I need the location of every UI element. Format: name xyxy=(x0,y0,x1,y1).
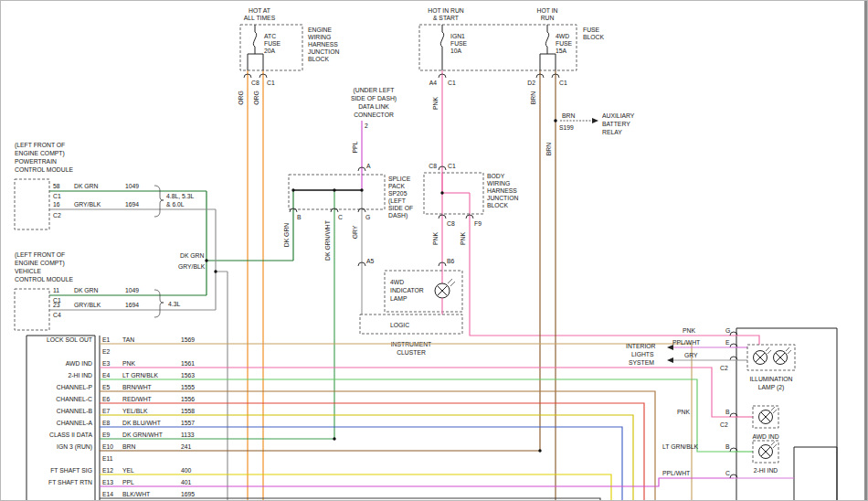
pin-number: 58 xyxy=(53,183,60,189)
cluster-label-line: CLUSTER xyxy=(397,349,426,356)
row-circuit: 1555 xyxy=(181,384,195,390)
row-circuit: 1133 xyxy=(181,432,195,438)
fuse-word: FUSE xyxy=(264,40,281,47)
pin-number: 16 xyxy=(53,201,60,208)
block-label-line: JUNCTION xyxy=(308,48,339,55)
block-label-line: JUNCTION xyxy=(487,195,518,201)
cavity-label: F9 xyxy=(474,220,482,227)
connector-id: C1 xyxy=(53,193,61,199)
wire-color-label: DK GRN xyxy=(74,287,99,293)
data-link-connector: (UNDER LEFT SIDE OF DASH) DATA LINK CONN… xyxy=(351,87,397,171)
wire-color-label: PPL/WHT xyxy=(672,339,700,346)
fuse-icon xyxy=(545,32,548,47)
wire-color-label: PNK xyxy=(432,97,439,110)
row-circuit: 241 xyxy=(181,443,192,450)
row-pin: E4 xyxy=(102,372,111,378)
awd-indicator-lamp-icon xyxy=(759,407,778,424)
row-circuit: 1561 xyxy=(181,360,195,367)
cavity-label: C1 xyxy=(448,163,456,169)
circuit-number: 1049 xyxy=(125,183,139,189)
arrow-left-icon xyxy=(667,357,673,363)
wire-color-label: PNK xyxy=(432,232,439,245)
lamp-rays xyxy=(771,407,777,413)
fuse-word: FUSE xyxy=(450,40,468,47)
row-label: FT SHAFT SIG xyxy=(50,467,92,474)
cavity-label: C xyxy=(725,470,730,476)
fuse-name: 4WD xyxy=(556,33,569,39)
row-circuit: 1558 xyxy=(181,408,195,414)
engine-note: 4.3L xyxy=(168,301,180,307)
2hi-indicator-lamp-icon xyxy=(759,442,778,459)
row-circuit: 400 xyxy=(181,467,192,474)
module-label-line: VEHICLE xyxy=(15,268,42,274)
wire-color-label: GRY/BLK xyxy=(74,302,101,308)
cavity-label: C1 xyxy=(559,80,567,86)
fuse-block: HOT IN RUN & START HOT IN RUN IGN1 FUSE … xyxy=(419,7,577,155)
wire-color-label: BRN xyxy=(545,143,552,155)
block-label-line: FUSE xyxy=(583,27,600,33)
module-label-line: ENGINE COMPT) xyxy=(15,260,65,267)
row-pin: E9 xyxy=(102,432,111,438)
wire-color-label: GRY xyxy=(684,352,698,358)
cavity-label: E xyxy=(725,339,730,346)
module-label-line: POWERTRAIN xyxy=(15,158,57,165)
engine-junction-label: ENGINE WIRING HARNESS JUNCTION BLOCK xyxy=(308,27,339,62)
system-label-line: SYSTEM xyxy=(629,359,654,366)
row-label: FT SHAFT RTN xyxy=(48,479,92,485)
row-pin: E11 xyxy=(102,455,113,462)
block-label-line: BODY xyxy=(487,173,505,179)
logic-box xyxy=(360,314,462,334)
wire-color-label: DK GRN xyxy=(283,223,290,248)
hot-label: & START xyxy=(433,15,459,21)
module-label-line: CONTROL MODULE xyxy=(15,166,73,173)
wire-color-label: BRN xyxy=(530,91,536,104)
pin-number: 11 xyxy=(53,287,59,293)
dlc-label-line: SIDE OF DASH) xyxy=(351,95,397,102)
circuit-number: 1694 xyxy=(125,201,139,208)
wire-color-label: ORG xyxy=(238,91,244,104)
cavity-label: B6 xyxy=(447,258,455,264)
block-label-line: BLOCK xyxy=(583,34,605,40)
wire-color-label: PPL/WHT xyxy=(662,470,690,476)
lamp-label-line: LAMP xyxy=(390,295,408,302)
wire-color-label: ORG xyxy=(253,91,259,104)
row-wire-color: BRN/WHT xyxy=(122,384,152,390)
fwd-indicator-lamp-icon xyxy=(435,279,455,298)
wire-color-label: DK GRN xyxy=(180,252,205,259)
module-label-line: (LEFT FRONT OF xyxy=(15,251,65,259)
module-row-e13: FT SHAFT RTN E13 PPL 401 xyxy=(48,478,734,486)
row-label: IGN 3 (RUN) xyxy=(57,443,92,451)
fuse-word: FUSE xyxy=(556,40,573,47)
lamp-label-line: ILLUMINATION xyxy=(749,376,792,382)
logic-label: LOGIC xyxy=(390,322,409,328)
lamp-label-line: 4WD xyxy=(390,279,404,285)
junction-dot xyxy=(538,449,541,452)
row-pin: E6 xyxy=(102,396,111,402)
fuse-amps: 20A xyxy=(264,48,276,54)
row-label: CHANNEL-P xyxy=(57,384,93,390)
splice-dot xyxy=(291,188,294,191)
cavity-label: C1 xyxy=(267,80,275,86)
module-row-e14: E14 BLK/WHT 1695 xyxy=(100,491,600,501)
powertrain-control-module: (LEFT FRONT OF ENGINE COMPT) POWERTRAIN … xyxy=(15,142,194,229)
engine-note: & 6.0L xyxy=(166,201,185,208)
row-pin: E2 xyxy=(102,348,111,355)
circuit-number: 1049 xyxy=(125,287,139,293)
lamp-rays xyxy=(766,347,771,354)
row-circuit: 1563 xyxy=(181,372,195,378)
switch-inner-box xyxy=(794,447,837,501)
lamp-rays xyxy=(771,442,777,448)
row-label: CHANNEL-A xyxy=(57,420,93,426)
row-label: CHANNEL-B xyxy=(57,408,93,414)
wire-e8 xyxy=(100,427,622,501)
hot-label: ALL TIMES xyxy=(244,15,276,21)
fwd-fuse-leads xyxy=(540,25,556,70)
row-label: AWD IND xyxy=(66,360,92,367)
instrument-cluster: A5 B6 4WD INDICATOR LAMP LOGIC INSTRUMEN… xyxy=(358,258,462,356)
row-wire-color: DK BLU/WHT xyxy=(122,420,161,426)
wire-color-label: GRY/BLK xyxy=(178,263,206,270)
row-wire-color: PPL xyxy=(122,479,134,485)
engine-brace xyxy=(154,290,164,317)
shift-switch-assembly: PNK G PPL/WHT E GRY C2 INTERIOR LIGHTS S… xyxy=(626,327,837,501)
junction-dot xyxy=(333,437,335,440)
